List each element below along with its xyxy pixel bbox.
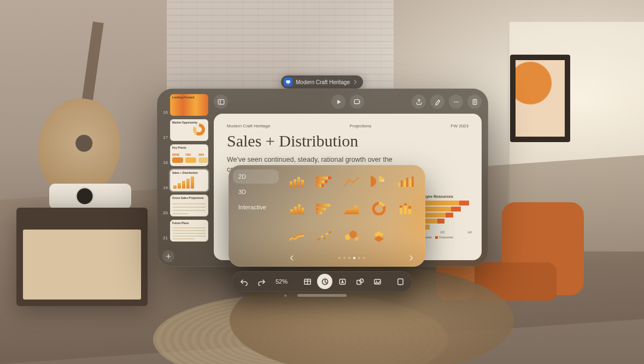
window-grabber[interactable] — [297, 294, 347, 297]
svg-rect-27 — [298, 204, 301, 214]
crumb-right: FW 2023 — [451, 124, 469, 128]
svg-rect-14 — [316, 180, 325, 183]
chart-type-blank — [395, 224, 418, 248]
top-toolbar — [214, 94, 482, 109]
svg-rect-29 — [316, 204, 330, 207]
chart-tab-3d[interactable]: 3D — [233, 185, 279, 199]
undo-button[interactable] — [236, 274, 251, 289]
chart-tab-interactive[interactable]: Interactive — [233, 200, 279, 214]
svg-rect-34 — [400, 206, 402, 208]
svg-point-53 — [376, 280, 377, 281]
svg-rect-30 — [316, 208, 326, 210]
chart-picker-pager — [285, 253, 418, 263]
svg-rect-8 — [290, 181, 292, 187]
keynote-app-icon — [284, 78, 292, 86]
svg-rect-35 — [404, 206, 407, 214]
chart-type-scatter[interactable] — [313, 224, 336, 248]
page-next-button[interactable] — [406, 253, 417, 263]
svg-point-39 — [318, 238, 320, 240]
chart-type-area[interactable] — [340, 197, 363, 221]
document-title: Modern Craft Heritage — [296, 79, 350, 85]
slide-title[interactable]: Sales + Distribution — [227, 132, 469, 150]
svg-rect-0 — [286, 80, 290, 83]
format-paint-button[interactable] — [430, 95, 444, 109]
slide-thumb-20[interactable]: 20 Gross Sales Projections — [160, 195, 208, 216]
svg-rect-17 — [321, 184, 324, 187]
insert-media-button[interactable] — [370, 274, 385, 289]
page-dots[interactable] — [338, 257, 365, 259]
chart-type-grid — [285, 169, 418, 253]
chart-type-bar-horizontal-stacked[interactable] — [313, 169, 336, 193]
svg-rect-9 — [294, 179, 296, 187]
slide-navigator[interactable]: 16 Looking Forward 17 Market Opportunity… — [157, 89, 212, 267]
svg-point-51 — [360, 279, 364, 283]
svg-point-41 — [324, 237, 326, 239]
svg-rect-25 — [290, 209, 293, 214]
chevron-right-icon — [353, 80, 358, 84]
window-title-pill[interactable]: Modern Craft Heritage — [281, 75, 363, 89]
insert-toolbar: 52% — [232, 271, 412, 292]
svg-point-42 — [326, 233, 328, 235]
chart-type-bar-vertical-alt[interactable] — [285, 197, 308, 221]
inspector-button[interactable] — [393, 274, 408, 289]
svg-point-18 — [371, 176, 376, 187]
chart-type-pie[interactable] — [367, 169, 390, 193]
chart-type-bar-vertical[interactable] — [285, 169, 308, 193]
insert-chart-button[interactable] — [317, 274, 332, 289]
more-button[interactable] — [449, 95, 463, 109]
svg-point-40 — [321, 236, 323, 238]
svg-rect-2 — [218, 99, 224, 104]
chart-type-bubble[interactable] — [340, 224, 363, 248]
svg-rect-15 — [325, 180, 327, 183]
toggle-sidebar-button[interactable] — [214, 95, 228, 109]
chart-type-bar-horizontal[interactable] — [313, 197, 336, 221]
chart-picker-tabs: 2D 3D Interactive — [229, 165, 283, 267]
svg-rect-36 — [404, 203, 407, 206]
insert-text-button[interactable] — [335, 274, 350, 289]
chart-type-shape-stack[interactable] — [367, 224, 390, 248]
svg-point-6 — [457, 101, 458, 102]
svg-rect-31 — [316, 212, 322, 214]
slide-thumb-18[interactable]: 18 Key Points $650B 7000 3066 — [160, 144, 208, 166]
crumb-left: Modern Craft Heritage — [227, 124, 270, 128]
svg-rect-24 — [412, 177, 414, 187]
svg-rect-13 — [328, 177, 331, 179]
svg-rect-37 — [408, 209, 411, 214]
redo-button[interactable] — [254, 274, 269, 289]
svg-rect-11 — [301, 180, 304, 187]
share-button[interactable] — [412, 95, 426, 109]
chart-picker-popover: 2D 3D Interactive — [229, 165, 425, 267]
svg-point-5 — [455, 101, 456, 102]
page-prev-button[interactable] — [286, 253, 297, 263]
zoom-level[interactable]: 52% — [271, 278, 292, 285]
svg-rect-38 — [408, 206, 411, 209]
chart-type-line[interactable] — [340, 169, 363, 193]
svg-rect-21 — [404, 180, 406, 187]
svg-rect-1 — [288, 83, 289, 84]
svg-rect-16 — [316, 184, 321, 187]
play-button[interactable] — [331, 95, 346, 109]
svg-rect-23 — [409, 179, 412, 187]
svg-rect-10 — [297, 177, 300, 187]
slide-thumb-21[interactable]: 21 Future Plans — [160, 220, 208, 242]
svg-point-43 — [329, 231, 331, 233]
slide-thumb-19[interactable]: 19 Sales + Distribution — [160, 169, 208, 191]
document-options-button[interactable] — [467, 95, 482, 109]
insert-table-button[interactable] — [300, 274, 315, 289]
slide-thumb-17[interactable]: 17 Market Opportunity — [160, 119, 208, 141]
slide-thumb-16[interactable]: 16 Looking Forward — [160, 94, 208, 116]
play-in-window-button[interactable] — [350, 95, 364, 109]
chart-type-bar-grouped[interactable] — [395, 169, 418, 193]
chart-tab-2d[interactable]: 2D — [233, 169, 279, 184]
chart-type-donut[interactable] — [367, 197, 390, 221]
svg-rect-19 — [399, 183, 401, 187]
insert-shape-button[interactable] — [352, 274, 367, 289]
crumb-center: Projections — [350, 124, 372, 128]
chart-type-line-smooth[interactable] — [285, 224, 308, 248]
add-slide-button[interactable] — [162, 250, 174, 262]
svg-rect-26 — [294, 207, 297, 214]
svg-point-46 — [355, 237, 359, 241]
svg-rect-22 — [406, 178, 408, 187]
svg-rect-3 — [354, 99, 359, 103]
chart-type-bar-stacked-vertical[interactable] — [395, 197, 418, 221]
